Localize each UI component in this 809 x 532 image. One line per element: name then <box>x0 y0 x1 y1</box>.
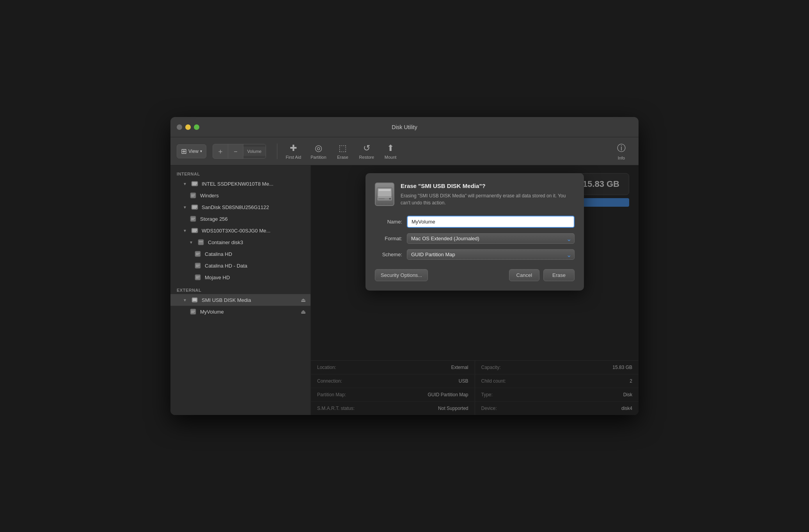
sidebar-item-intel-ssd[interactable]: ▼ INTEL SSDPEKNW010T8 Me... <box>170 178 310 190</box>
sidebar-item-smi-usb-label: SMI USB DISK Media <box>202 297 251 303</box>
erase-toolbar-label: Erase <box>337 155 348 160</box>
external-section-label: External <box>170 286 310 294</box>
dialog-header: Erase "SMI USB DISK Media"? Erasing "SMI… <box>375 183 575 206</box>
sidebar-item-catalina-hd-data-label: Catalina HD - Data <box>205 263 247 269</box>
sidebar-item-catalina-hd-label: Catalina HD <box>205 251 232 257</box>
erase-toolbar-button[interactable]: ⬚ Erase <box>332 141 354 162</box>
view-button[interactable]: ⊞ View ▾ <box>177 144 206 158</box>
sidebar-item-catalina-hd[interactable]: Catalina HD <box>170 248 310 260</box>
format-select-wrapper: Mac OS Extended (Journaled) Mac OS Exten… <box>407 233 575 244</box>
maximize-button[interactable] <box>194 124 199 130</box>
svg-rect-25 <box>196 278 199 278</box>
svg-rect-27 <box>193 298 197 301</box>
format-select[interactable]: Mac OS Extended (Journaled) Mac OS Exten… <box>407 233 575 244</box>
erase-dialog: Erase "SMI USB DISK Media"? Erasing "SMI… <box>365 173 584 291</box>
svg-point-8 <box>196 208 197 209</box>
svg-rect-20 <box>195 263 200 268</box>
svg-rect-4 <box>191 195 195 195</box>
scheme-select-wrapper: GUID Partition Map Master Boot Record Ap… <box>407 249 575 260</box>
remove-volume-button[interactable]: － <box>228 144 243 158</box>
volume-icon5 <box>194 273 202 281</box>
dialog-backdrop: Erase "SMI USB DISK Media"? Erasing "SMI… <box>311 165 639 415</box>
partition-icon: ◎ <box>315 143 322 153</box>
chevron-down-icon: ▾ <box>200 149 202 153</box>
svg-rect-10 <box>191 218 195 219</box>
svg-rect-3 <box>190 193 196 198</box>
eject-icon[interactable]: ⏏ <box>301 297 306 303</box>
volume-icon4 <box>194 262 202 270</box>
cancel-button[interactable]: Cancel <box>509 269 539 281</box>
app-window: Disk Utility ⊞ View ▾ ＋ － Volume ✚ First… <box>170 117 639 415</box>
erase-button[interactable]: Erase <box>543 269 575 281</box>
sidebar-item-smi-usb[interactable]: ▼ SMI USB DISK Media ⏏ <box>170 294 310 306</box>
scheme-label: Scheme: <box>375 252 402 257</box>
sidebar-item-container-disk3[interactable]: ▼ Container disk3 <box>170 236 310 248</box>
sidebar-item-mojave-hd[interactable]: Mojave HD <box>170 271 310 283</box>
partition-button[interactable]: ◎ Partition <box>307 141 330 162</box>
mount-icon: ⬆ <box>387 143 394 153</box>
dialog-title: Erase "SMI USB DISK Media"? <box>401 183 575 189</box>
drive-icon3 <box>191 227 199 234</box>
svg-rect-11 <box>191 219 194 220</box>
partition-label: Partition <box>310 155 326 160</box>
sidebar-item-intel-ssd-label: INTEL SSDPEKNW010T8 Me... <box>202 181 273 187</box>
svg-rect-18 <box>196 253 200 254</box>
sidebar-item-catalina-hd-data[interactable]: Catalina HD - Data <box>170 260 310 271</box>
svg-rect-9 <box>190 216 196 222</box>
svg-rect-19 <box>196 254 199 255</box>
info-button[interactable]: ⓘ Info <box>610 140 632 163</box>
sidebar-item-myvolume-label: MyVolume <box>200 309 224 315</box>
svg-point-36 <box>389 198 391 200</box>
scheme-select[interactable]: GUID Partition Map Master Boot Record Ap… <box>407 249 575 260</box>
first-aid-button[interactable]: ✚ First Aid <box>282 141 305 162</box>
svg-rect-24 <box>196 277 200 277</box>
name-input[interactable] <box>407 216 575 228</box>
form-row-scheme: Scheme: GUID Partition Map Master Boot R… <box>375 249 575 260</box>
volume-icon2 <box>189 215 197 223</box>
mount-button[interactable]: ⬆ Mount <box>380 141 401 162</box>
container-icon <box>197 238 205 246</box>
restore-button[interactable]: ↺ Restore <box>355 141 378 162</box>
chevron-icon: ▼ <box>183 182 188 186</box>
chevron-icon4: ▼ <box>189 240 194 245</box>
action-buttons: Cancel Erase <box>509 269 575 281</box>
sidebar-item-wds100[interactable]: ▼ WDS100T3X0C-00SJG0 Me... <box>170 225 310 236</box>
sidebar-item-mojave-hd-label: Mojave HD <box>205 275 230 280</box>
chevron-icon3: ▼ <box>183 229 188 233</box>
sidebar-item-winders-label: Winders <box>200 193 219 199</box>
chevron-icon2: ▼ <box>183 205 188 209</box>
volume-group: ＋ － Volume <box>213 144 266 159</box>
volume-label: Volume <box>243 147 266 156</box>
traffic-lights <box>177 124 199 130</box>
security-options-button[interactable]: Security Options... <box>375 269 428 281</box>
sidebar-item-winders[interactable]: Winders <box>170 190 310 201</box>
sidebar-item-sandisk[interactable]: ▼ SanDisk SD8SN8U256G1122 <box>170 201 310 213</box>
svg-rect-15 <box>198 239 204 245</box>
toolbar-separator <box>277 144 277 159</box>
eject-icon2[interactable]: ⏏ <box>301 309 306 315</box>
sidebar-item-myvolume[interactable]: MyVolume ⏏ <box>170 306 310 317</box>
content-area: 15.83 GB Location: External <box>311 165 639 415</box>
svg-rect-17 <box>195 251 200 257</box>
dialog-description: Erasing "SMI USB DISK Media" will perman… <box>401 192 575 206</box>
volume-icon <box>189 192 197 199</box>
sidebar-item-storage256[interactable]: Storage 256 <box>170 213 310 225</box>
close-button[interactable] <box>177 124 182 130</box>
svg-rect-29 <box>190 309 196 314</box>
svg-rect-16 <box>199 241 203 242</box>
info-label: Info <box>618 156 625 160</box>
drive-icon2 <box>191 203 199 211</box>
add-volume-button[interactable]: ＋ <box>213 144 228 158</box>
title-bar: Disk Utility <box>170 117 639 137</box>
drive-icon <box>191 180 199 188</box>
sidebar-item-container-disk3-label: Container disk3 <box>208 239 243 245</box>
svg-rect-30 <box>191 311 195 312</box>
minimize-button[interactable] <box>185 124 191 130</box>
chevron-icon5: ▼ <box>183 298 188 302</box>
usb-drive-icon <box>191 296 199 304</box>
sidebar-item-storage256-label: Storage 256 <box>200 216 228 222</box>
sidebar: Internal ▼ INTEL SSDPEKNW010T8 Me... <box>170 165 311 415</box>
restore-icon: ↺ <box>363 143 370 153</box>
erase-icon: ⬚ <box>339 143 347 153</box>
dialog-form: Name: Format: Mac OS Extended (Journaled… <box>375 216 575 260</box>
